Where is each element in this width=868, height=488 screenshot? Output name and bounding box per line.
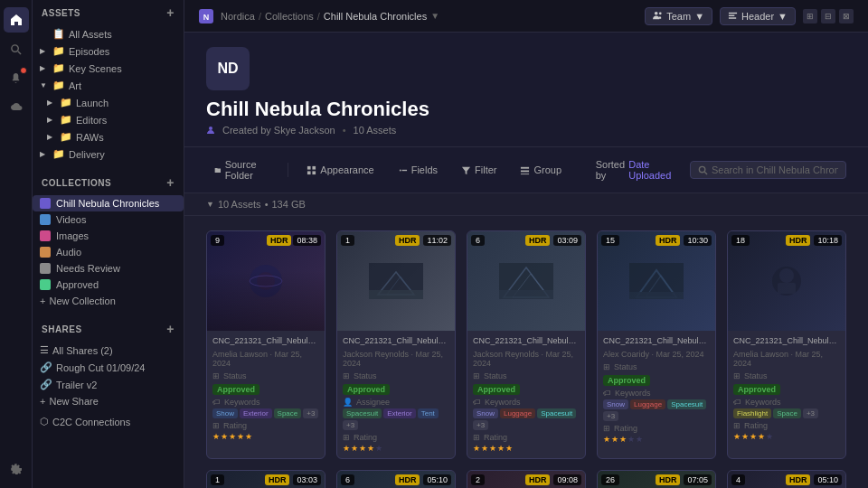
tag: Show: [212, 408, 238, 418]
chevron-icon: ▼: [40, 81, 49, 89]
share-icon: ☰: [40, 344, 49, 356]
search-bar[interactable]: [690, 161, 846, 179]
assets-section-header: Assets +: [33, 0, 184, 25]
group-button[interactable]: Group: [512, 160, 570, 180]
sidebar-item-trailer[interactable]: 🔗 Trailer v2: [33, 376, 184, 393]
filter-button[interactable]: Filter: [453, 160, 505, 180]
tag-more: +3: [803, 408, 818, 418]
svg-rect-27: [369, 290, 423, 299]
icon-rail: [0, 0, 33, 488]
asset-name: CNC_221321_Chill_Nebula_Chronicles_Premi…: [603, 336, 710, 347]
home-icon[interactable]: [4, 7, 29, 33]
sidebar-item-new-collection[interactable]: + New Collection: [33, 293, 184, 309]
breadcrumb-nordica[interactable]: Nordica: [221, 11, 255, 22]
collection-header: ND Chill Nebula Chronicles Created by Sk…: [184, 33, 868, 147]
chevron-icon: ▶: [40, 47, 49, 55]
sidebar-item-episodes[interactable]: ▶ 📁 Episodes: [33, 42, 184, 60]
keywords-icon: 🏷: [473, 398, 481, 407]
sort-button[interactable]: Sorted by Date Uploaded: [577, 155, 683, 185]
tag: Luggage: [630, 399, 665, 409]
sidebar-item-rough-cut[interactable]: 🔗 Rough Cut 01/09/24: [33, 359, 184, 376]
folder-icon: 📋: [52, 28, 65, 40]
sidebar-item-raws[interactable]: ▶ 📁 RAWs: [33, 128, 184, 145]
asset-card[interactable]: 18 HDR10:18 CNC_221321_Chill_Nebula_Chro…: [727, 230, 846, 459]
asset-thumbnail: 15 HDR10:30: [598, 231, 715, 331]
field-label: Status: [744, 371, 768, 380]
sidebar-content: Assets + 📋 All Assets ▶ 📁 Episodes ▶ 📁 K…: [33, 0, 184, 488]
notification-icon-wrap[interactable]: [4, 65, 29, 90]
asset-author: Amelia Lawson · Mar 25, 2024: [733, 350, 840, 368]
sidebar-item-c2c[interactable]: ⬡ C2C Connections: [33, 413, 184, 430]
svg-point-9: [209, 127, 212, 130]
asset-card[interactable]: 26 HDR07:05 CNC_221321_Chill_Nebula_Chro…: [597, 470, 716, 488]
add-asset-button[interactable]: +: [166, 5, 175, 20]
tag: Space: [274, 408, 302, 418]
sidebar-item-all-assets[interactable]: 📋 All Assets: [33, 25, 184, 42]
asset-card[interactable]: 6 HDR03:09 CNC_221321_Chill_Nebula_Chron…: [467, 230, 586, 459]
asset-thumbnail: 26 HDR07:05: [598, 471, 715, 488]
fields-button[interactable]: Fields: [390, 160, 446, 180]
sidebar-item-videos[interactable]: Videos: [33, 211, 184, 228]
tag: Exterior: [240, 408, 272, 418]
asset-card[interactable]: 1 HDR03:03 CNC_221321_Chill_Nebula_Chron…: [206, 470, 326, 488]
rating-label: Rating: [354, 433, 377, 442]
svg-rect-38: [778, 283, 796, 294]
folder-icon: 📁: [52, 148, 65, 160]
svg-rect-13: [313, 171, 316, 174]
sidebar-item-approved[interactable]: Approved: [33, 277, 184, 293]
user-icon: [206, 126, 215, 135]
collection-meta: Created by Skye Jackson • 10 Assets: [206, 125, 846, 136]
sidebar-item-all-shares[interactable]: ☰ All Shares (2): [33, 342, 184, 359]
collapse-icon[interactable]: ▼: [206, 200, 214, 209]
sidebar-item-chill-nebula[interactable]: Chill Nebula Chronicles: [33, 195, 184, 211]
sidebar-item-art[interactable]: ▼ 📁 Art: [33, 77, 184, 94]
asset-card[interactable]: 1 HDR11:02 CNC_221321_Chill_Nebula_Chron…: [336, 230, 456, 459]
collection-icon: [40, 198, 51, 209]
window-icon-1[interactable]: ⊞: [803, 9, 817, 23]
asset-card[interactable]: 4 HDR05:10 CNC_221321_Chill_Nebula_Chron…: [727, 470, 846, 488]
asset-card[interactable]: 6 HDR05:10 CNC_221321_Chill_Nebula_Chron…: [336, 470, 456, 488]
search-icon[interactable]: [4, 36, 29, 61]
svg-rect-8: [729, 17, 736, 18]
keywords-label: Keywords: [745, 398, 781, 407]
shares-section-header: Shares +: [33, 316, 184, 342]
rating-icon: ⊞: [733, 421, 741, 430]
status-badge: Approved: [733, 384, 780, 395]
rating-label: Rating: [484, 433, 507, 442]
window-icon-3[interactable]: ⊠: [839, 9, 854, 23]
sidebar-item-images[interactable]: Images: [33, 228, 184, 244]
sidebar-item-audio[interactable]: Audio: [33, 244, 184, 260]
rating-label: Rating: [223, 421, 247, 430]
header-button[interactable]: Header ▼: [720, 7, 796, 25]
svg-rect-6: [729, 13, 737, 14]
sidebar-item-new-share[interactable]: + New Share: [33, 393, 184, 409]
chevron-icon: ▶: [47, 116, 56, 124]
keywords-label: Keywords: [224, 398, 260, 407]
home-icon-wrap[interactable]: [4, 7, 29, 33]
window-icon-2[interactable]: ⊟: [821, 9, 835, 23]
asset-name: CNC_221321_Chill_Nebula_Chronicles_Premi…: [473, 336, 580, 347]
sidebar-item-needs-review[interactable]: Needs Review: [33, 260, 184, 277]
folder-icon: 📁: [52, 45, 65, 57]
sidebar-item-editors[interactable]: ▶ 📁 Editors: [33, 111, 184, 128]
svg-rect-31: [499, 290, 553, 299]
field-icon: ⊞: [603, 362, 610, 371]
asset-card[interactable]: 2 HDR09:08 CNC_221321_Chill_Nebula_Chron…: [467, 470, 586, 488]
add-collection-button[interactable]: +: [166, 175, 175, 190]
topbar: N Nordica / Collections / Chill Nebula C…: [184, 0, 868, 33]
settings-icon[interactable]: [4, 455, 29, 481]
source-folder-button[interactable]: Source Folder: [206, 155, 277, 185]
add-share-button[interactable]: +: [166, 322, 175, 336]
search-input[interactable]: [712, 164, 838, 175]
chevron-icon: ▶: [47, 99, 56, 107]
asset-card[interactable]: 15 HDR10:30 CNC_221321_Chill_Nebula_Chro…: [597, 230, 716, 459]
cloud-icon[interactable]: [4, 94, 29, 119]
team-button[interactable]: Team ▼: [645, 7, 712, 25]
appearance-button[interactable]: Appearance: [298, 160, 382, 180]
sidebar-item-delivery[interactable]: ▶ 📁 Delivery: [33, 145, 184, 163]
sidebar-item-launch[interactable]: ▶ 📁 Launch: [33, 94, 184, 111]
breadcrumb-collections[interactable]: Collections: [265, 11, 314, 22]
sidebar-item-key-scenes[interactable]: ▶ 📁 Key Scenes: [33, 60, 184, 77]
asset-card[interactable]: 9 HDR08:38 CNC_221321_Chill_Nebula_Chron…: [206, 230, 326, 459]
tag-more: +3: [603, 411, 618, 421]
